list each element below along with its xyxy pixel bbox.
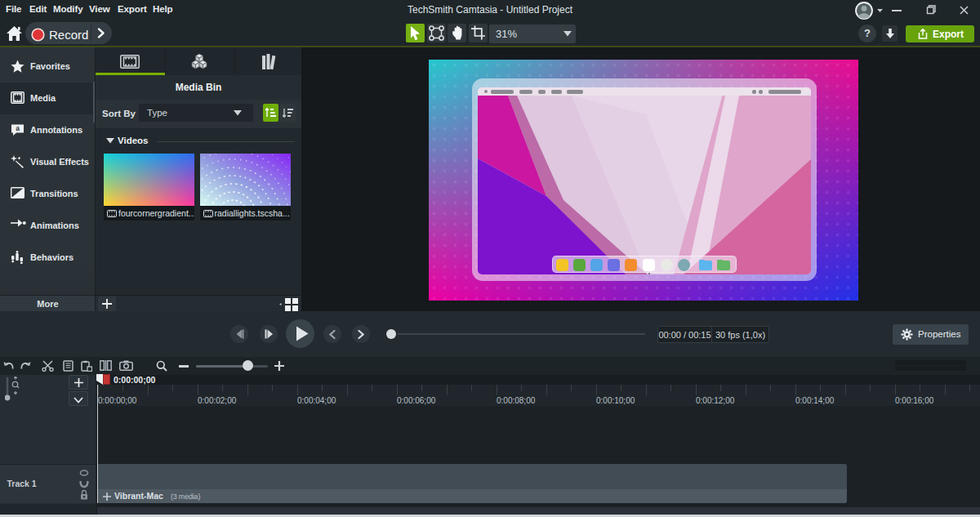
svg-text:a: a (16, 124, 20, 132)
